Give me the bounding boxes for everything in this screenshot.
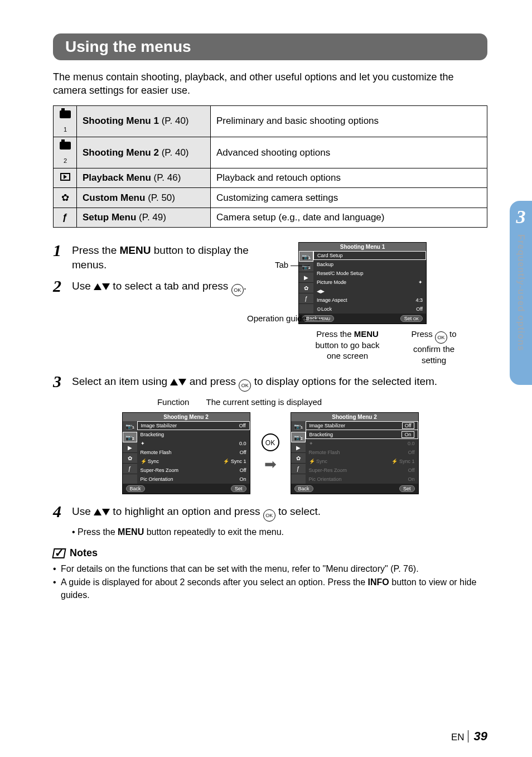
notes-list: For details on the functions that can be…	[53, 562, 487, 601]
ok-icon: OK	[263, 509, 275, 522]
menu-screen-1: Shooting Menu 1 📷₁ 📷₂ ▶ ✿ ƒ Card Setup	[298, 242, 427, 324]
confirm-caption: Press OK to confirm the setting	[403, 329, 465, 365]
camera1-icon: 1	[54, 105, 77, 137]
table-row: 2 Shooting Menu 2 (P. 40) Advanced shoot…	[54, 137, 487, 168]
intro-text: The menus contain shooting, playback, an…	[53, 70, 487, 98]
table-row: Playback Menu (P. 46) Playback and retou…	[54, 168, 487, 188]
step-1: 1 Press the MENU button to display the m…	[53, 242, 270, 272]
ok-icon: OK	[239, 379, 251, 392]
step-2: 2 Use to select a tab and press OK.	[53, 278, 270, 296]
wrench-icon: ƒ	[54, 208, 77, 228]
check-icon	[52, 548, 66, 558]
list-item: For details on the functions that can be…	[53, 562, 487, 575]
table-row: 1 Shooting Menu 1 (P. 40) Preliminary an…	[54, 105, 487, 137]
page-footer: EN39	[451, 729, 487, 744]
gear-icon: ✿	[54, 188, 77, 208]
list-item: A guide is displayed for about 2 seconds…	[53, 576, 487, 601]
tab-icon: ▶	[299, 272, 313, 283]
chapter-tab: 3 Frequently-used options	[510, 201, 532, 385]
camera2-icon: 2	[54, 137, 77, 168]
menu-table: 1 Shooting Menu 1 (P. 40) Preliminary an…	[53, 105, 487, 228]
menu-screen-3: Shooting Menu 2 📷₁📷₂▶✿ƒ Image Stabilizer…	[291, 412, 419, 494]
tab-label: Tab	[275, 260, 309, 269]
down-icon	[102, 283, 110, 290]
ok-icon: OK	[435, 331, 447, 344]
table-row: ƒ Setup Menu (P. 49) Camera setup (e.g.,…	[54, 208, 487, 228]
notes-heading: Notes	[53, 547, 487, 559]
down-icon	[178, 379, 186, 385]
back-caption: Press the MENU button to go back one scr…	[308, 329, 386, 365]
tab-icon: ✿	[299, 283, 313, 293]
arrow-right-icon: ➡	[264, 456, 277, 473]
down-icon	[102, 509, 110, 515]
step-4: 4 Use to highlight an option and press O…	[53, 503, 487, 522]
tab-icon: ƒ	[299, 293, 313, 304]
up-icon	[94, 283, 101, 290]
ok-icon: OK	[231, 284, 244, 296]
table-row: ✿ Custom Menu (P. 50) Customizing camera…	[54, 188, 487, 208]
up-icon	[170, 379, 178, 385]
up-icon	[94, 509, 101, 515]
section-title: Using the menus	[53, 33, 487, 60]
menu-screen-2: Shooting Menu 2 📷₁📷₂▶✿ƒ Image Stabilizer…	[122, 412, 250, 494]
operation-guide-label: Operation guide	[247, 314, 322, 324]
step-4-sub: Press the MENU button repeatedly to exit…	[72, 527, 487, 537]
function-label: Function	[157, 397, 190, 407]
ok-icon: OK	[262, 433, 279, 451]
playback-icon	[54, 168, 77, 188]
step-3: 3 Select an item using and press OK to d…	[53, 373, 487, 392]
current-setting-label: The current setting is displayed	[206, 397, 322, 407]
